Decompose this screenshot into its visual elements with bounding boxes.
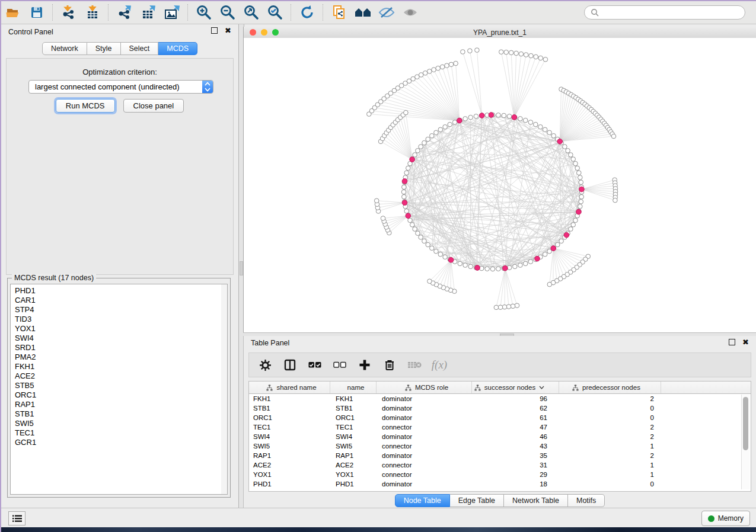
mcds-result-item[interactable]: TID3: [11, 315, 221, 324]
close-panel-button[interactable]: Close panel: [123, 99, 184, 113]
network-graph[interactable]: [244, 38, 756, 332]
zoom-selected-button[interactable]: [263, 3, 287, 22]
export-table-button[interactable]: [136, 3, 160, 22]
table-row[interactable]: RAP1RAP1dominator352: [249, 451, 751, 460]
tab-network[interactable]: Network: [42, 42, 87, 55]
open-session-button[interactable]: [1, 3, 25, 22]
table-row[interactable]: SWI5SWI5connector431: [249, 441, 751, 451]
table-settings-button[interactable]: [257, 356, 273, 374]
float-panel-icon[interactable]: [211, 27, 218, 34]
select-all-button[interactable]: [307, 356, 323, 374]
table-tab-network-table[interactable]: Network Table: [504, 494, 568, 507]
show-panels-button[interactable]: [8, 511, 25, 525]
mcds-result-item[interactable]: STP4: [11, 305, 221, 315]
scrollbar-thumb[interactable]: [743, 397, 748, 450]
split-view-button[interactable]: [282, 356, 298, 374]
table-cell: YOX1: [330, 471, 377, 478]
refresh-icon: [299, 4, 315, 21]
table-cell: ACE2: [249, 462, 330, 469]
table-cell: RAP1: [330, 452, 377, 459]
tab-select[interactable]: Select: [121, 42, 159, 55]
close-panel-icon[interactable]: ✖: [742, 339, 749, 345]
mcds-result-item[interactable]: ACE2: [11, 371, 221, 381]
zoom-out-button[interactable]: [216, 3, 240, 22]
run-mcds-button[interactable]: Run MCDS: [56, 99, 115, 113]
network-canvas[interactable]: [244, 38, 756, 332]
mcds-result-item[interactable]: RAP1: [11, 400, 221, 409]
table-row[interactable]: ORC1ORC1dominator610: [249, 413, 751, 422]
table-tab-edge-table[interactable]: Edge Table: [450, 494, 504, 507]
select-stepper-icon: [202, 81, 213, 93]
table-row[interactable]: SWI4SWI4dominator462: [249, 432, 751, 441]
add-column-button[interactable]: [357, 356, 372, 374]
import-table-button[interactable]: [81, 3, 104, 22]
close-panel-icon[interactable]: ✖: [225, 28, 231, 33]
mcds-result-item[interactable]: STB5: [11, 381, 221, 390]
table-row[interactable]: ACE2ACE2connector311: [249, 460, 751, 470]
table-cell: connector: [377, 424, 472, 431]
deselect-all-button[interactable]: [332, 356, 347, 374]
search-input[interactable]: [602, 8, 739, 17]
hide-selected-button[interactable]: [375, 3, 398, 22]
table-cell: 0: [559, 414, 661, 421]
table-tab-node-table[interactable]: Node Table: [395, 494, 450, 507]
apply-layout-button[interactable]: [295, 3, 319, 22]
mcds-result-item[interactable]: SWI4: [11, 334, 221, 343]
import-network-button[interactable]: [57, 3, 81, 22]
column-header-name[interactable]: name: [330, 382, 377, 393]
zoom-fit-button[interactable]: [240, 3, 263, 22]
table-row[interactable]: PHD1PHD1dominator180: [249, 479, 751, 489]
mcds-result-item[interactable]: FKH1: [11, 362, 221, 371]
criterion-select[interactable]: largest connected component (undirected): [28, 80, 213, 94]
memory-label: Memory: [718, 514, 744, 523]
memory-button[interactable]: Memory: [701, 511, 750, 526]
mcds-result-item[interactable]: STB1: [11, 409, 221, 419]
mcds-result-item[interactable]: CAR1: [11, 296, 221, 305]
zoom-in-icon: [196, 4, 212, 21]
mcds-result-list: PHD1CAR1STP4TID3YOX1SWI4SRD1PMA2FKH1ACE2…: [10, 284, 222, 495]
mcds-result-item[interactable]: PMA2: [11, 352, 221, 362]
table-cell: STB1: [330, 405, 377, 412]
column-header-shared-name[interactable]: shared name: [249, 382, 330, 393]
mcds-result-item[interactable]: TEC1: [11, 428, 221, 438]
delete-column-button[interactable]: [382, 356, 397, 374]
gear-icon: [260, 360, 271, 371]
mcds-result-item[interactable]: SWI5: [11, 419, 221, 428]
mcds-result-item[interactable]: YOX1: [11, 324, 221, 334]
mcds-result-item[interactable]: ORC1: [11, 390, 221, 400]
save-session-button[interactable]: [25, 3, 49, 22]
table-cell: dominator: [377, 414, 472, 421]
new-network-from-selection-button[interactable]: [327, 3, 351, 22]
table-row[interactable]: STB1STB1dominator620: [249, 403, 751, 413]
mcds-result-item[interactable]: PHD1: [11, 286, 221, 296]
table-cell: YOX1: [249, 471, 330, 478]
table-cell: 1: [559, 471, 661, 478]
tab-style[interactable]: Style: [87, 42, 121, 55]
table-cell: SWI5: [249, 443, 330, 450]
first-neighbors-button[interactable]: [351, 3, 375, 22]
table-cell: 62: [472, 405, 559, 412]
status-bar: Memory: [1, 508, 756, 527]
table-tab-motifs[interactable]: Motifs: [568, 494, 605, 507]
mcds-result-item[interactable]: SRD1: [11, 343, 221, 352]
column-header-successor-nodes[interactable]: successor nodes: [472, 382, 559, 393]
show-all-button[interactable]: [398, 3, 422, 22]
export-image-button[interactable]: [160, 3, 184, 22]
mcds-result-item[interactable]: GCR1: [11, 438, 221, 447]
table-row[interactable]: TEC1TEC1connector472: [249, 422, 751, 432]
tab-mcds[interactable]: MCDS: [158, 42, 197, 55]
checked-boxes-icon: [308, 361, 321, 368]
table-row[interactable]: YOX1YOX1connector291: [249, 470, 751, 479]
table-panel-title: Table Panel: [251, 339, 289, 347]
table-cell: RAP1: [249, 452, 330, 459]
float-panel-icon[interactable]: [729, 339, 735, 345]
table-scrollbar[interactable]: [741, 395, 749, 489]
mcds-result-title: MCDS result (17 nodes): [12, 274, 96, 282]
column-header-predecessor-nodes[interactable]: predecessor nodes: [559, 382, 661, 393]
table-cell: 1: [559, 462, 661, 469]
table-row[interactable]: FKH1FKH1dominator962: [249, 394, 751, 403]
export-network-button[interactable]: [113, 3, 136, 22]
column-header-MCDS-role[interactable]: MCDS role: [377, 382, 472, 393]
mcds-list-scrollbar[interactable]: [221, 284, 228, 495]
zoom-in-button[interactable]: [192, 3, 216, 22]
